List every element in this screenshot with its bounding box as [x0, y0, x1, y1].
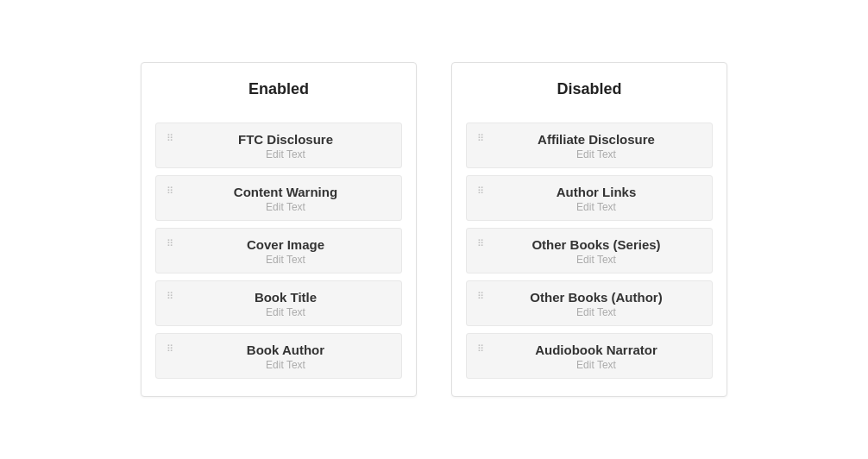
- item-card-enabled-3[interactable]: ⠿Book TitleEdit Text: [155, 280, 402, 326]
- item-subtitle-disabled-1[interactable]: Edit Text: [491, 201, 701, 213]
- item-card-disabled-0[interactable]: ⠿Affiliate DisclosureEdit Text: [466, 123, 713, 168]
- column-enabled: Enabled⠿FTC DisclosureEdit Text⠿Content …: [141, 62, 417, 397]
- item-title-disabled-2: Other Books (Series): [491, 237, 701, 252]
- item-title-enabled-1: Content Warning: [180, 185, 391, 199]
- item-content-enabled-1: Content WarningEdit Text: [180, 185, 391, 213]
- item-content-disabled-2: Other Books (Series)Edit Text: [491, 237, 701, 266]
- item-card-disabled-1[interactable]: ⠿Author LinksEdit Text: [466, 175, 713, 221]
- item-subtitle-disabled-0[interactable]: Edit Text: [491, 148, 701, 160]
- item-content-disabled-1: Author LinksEdit Text: [491, 185, 701, 213]
- item-subtitle-enabled-1[interactable]: Edit Text: [180, 201, 391, 213]
- item-content-disabled-0: Affiliate DisclosureEdit Text: [491, 132, 701, 160]
- item-title-disabled-1: Author Links: [491, 185, 701, 199]
- item-title-disabled-0: Affiliate Disclosure: [491, 132, 701, 147]
- item-content-enabled-0: FTC DisclosureEdit Text: [180, 132, 391, 160]
- item-content-disabled-4: Audiobook NarratorEdit Text: [491, 343, 701, 371]
- page-container: Enabled⠿FTC DisclosureEdit Text⠿Content …: [0, 36, 868, 423]
- item-content-enabled-4: Book AuthorEdit Text: [180, 343, 391, 371]
- drag-handle-icon: ⠿: [167, 292, 173, 301]
- item-title-enabled-0: FTC Disclosure: [180, 132, 391, 147]
- item-card-enabled-0[interactable]: ⠿FTC DisclosureEdit Text: [155, 123, 402, 168]
- drag-handle-icon: ⠿: [477, 134, 484, 143]
- item-subtitle-disabled-2[interactable]: Edit Text: [491, 254, 701, 266]
- drag-handle-icon: ⠿: [167, 186, 173, 196]
- drag-handle-icon: ⠿: [477, 292, 484, 301]
- item-card-disabled-3[interactable]: ⠿Other Books (Author)Edit Text: [466, 280, 713, 326]
- drag-handle-icon: ⠿: [167, 344, 173, 354]
- item-title-enabled-4: Book Author: [180, 343, 391, 357]
- drag-handle-icon: ⠿: [477, 186, 484, 196]
- item-title-disabled-4: Audiobook Narrator: [491, 343, 701, 357]
- item-subtitle-disabled-4[interactable]: Edit Text: [491, 359, 701, 371]
- item-subtitle-enabled-2[interactable]: Edit Text: [180, 254, 391, 266]
- item-card-enabled-1[interactable]: ⠿Content WarningEdit Text: [155, 175, 402, 221]
- drag-handle-icon: ⠿: [477, 239, 484, 248]
- item-subtitle-enabled-4[interactable]: Edit Text: [180, 359, 391, 371]
- item-subtitle-enabled-3[interactable]: Edit Text: [180, 306, 391, 318]
- item-content-enabled-2: Cover ImageEdit Text: [180, 237, 391, 266]
- column-header-enabled: Enabled: [155, 80, 402, 107]
- item-card-disabled-4[interactable]: ⠿Audiobook NarratorEdit Text: [466, 333, 713, 379]
- drag-handle-icon: ⠿: [167, 134, 173, 143]
- item-title-enabled-2: Cover Image: [180, 237, 391, 252]
- column-disabled: Disabled⠿Affiliate DisclosureEdit Text⠿A…: [451, 62, 727, 397]
- column-header-disabled: Disabled: [466, 80, 713, 107]
- drag-handle-icon: ⠿: [167, 239, 173, 248]
- drag-handle-icon: ⠿: [477, 344, 484, 354]
- item-subtitle-enabled-0[interactable]: Edit Text: [180, 148, 391, 160]
- item-content-disabled-3: Other Books (Author)Edit Text: [491, 290, 701, 318]
- item-card-enabled-2[interactable]: ⠿Cover ImageEdit Text: [155, 228, 402, 274]
- item-card-disabled-2[interactable]: ⠿Other Books (Series)Edit Text: [466, 228, 713, 274]
- item-title-enabled-3: Book Title: [180, 290, 391, 305]
- item-card-enabled-4[interactable]: ⠿Book AuthorEdit Text: [155, 333, 402, 379]
- item-subtitle-disabled-3[interactable]: Edit Text: [491, 306, 701, 318]
- item-content-enabled-3: Book TitleEdit Text: [180, 290, 391, 318]
- item-title-disabled-3: Other Books (Author): [491, 290, 701, 305]
